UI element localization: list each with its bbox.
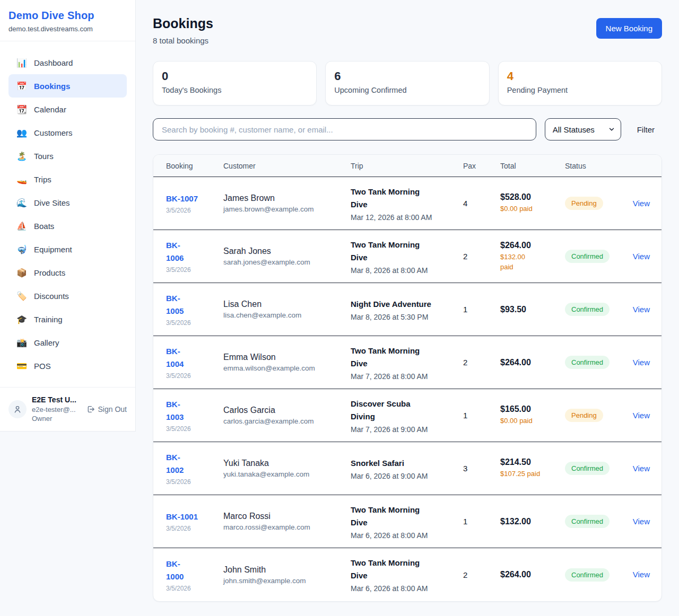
sidebar-item-discounts[interactable]: 🏷️ Discounts [8, 284, 127, 307]
paid-amount: $0.00 paid [500, 416, 558, 426]
actions-cell: View [623, 509, 653, 534]
trip-cell: Two Tank Morning Dive Mar 6, 2026 at 8:0… [346, 496, 459, 547]
pax-cell: 3 [459, 456, 496, 480]
booking-date: 3/5/2026 [166, 585, 216, 592]
trip-cell: Two Tank Morning Dive Mar 7, 2026 at 8:0… [346, 337, 459, 388]
table-row: BK-1007 3/5/2026 James Brown james.brown… [153, 177, 661, 230]
search-input[interactable] [153, 118, 536, 140]
sidebar-item-label: Dashboard [34, 58, 73, 67]
status-cell: Confirmed [561, 295, 623, 323]
view-link[interactable]: View [633, 252, 650, 261]
booking-id-link[interactable]: BK-1001 [166, 511, 216, 523]
stat-label: Pending Payment [507, 86, 653, 94]
new-booking-button[interactable]: New Booking [596, 18, 662, 39]
customer-email: carlos.garcia@example.com [223, 417, 343, 425]
sidebar-item-icon: 📸 [16, 338, 28, 348]
status-cell: Pending [561, 401, 623, 429]
sidebar-item-trips[interactable]: 🚤 Trips [8, 168, 127, 191]
booking-id-link[interactable]: BK-1007 [166, 192, 216, 205]
total-cell: $264.00 [496, 350, 561, 375]
sidebar-item-gallery[interactable]: 📸 Gallery [8, 331, 127, 354]
app-layout: Demo Dive Shop demo.test.divestreams.com… [0, 0, 679, 616]
page-title-block: Bookings 8 total bookings [153, 16, 213, 45]
view-link[interactable]: View [633, 570, 650, 579]
sidebar: Demo Dive Shop demo.test.divestreams.com… [0, 0, 136, 432]
booking-id-link[interactable]: BK- 1006 [166, 239, 216, 265]
booking-id-link[interactable]: BK- 1000 [166, 558, 216, 583]
booking-date: 3/5/2026 [166, 425, 216, 433]
sidebar-item-calendar[interactable]: 📆 Calendar [8, 98, 127, 121]
customer-name: Lisa Chen [223, 300, 343, 309]
sign-out-button[interactable]: Sign Out [86, 405, 127, 413]
booking-date: 3/5/2026 [166, 207, 216, 214]
pax-cell: 4 [459, 191, 496, 215]
total-cell: $214.50 $107.25 paid [496, 450, 561, 486]
sidebar-item-icon: 📆 [16, 104, 28, 115]
status-cell: Confirmed [561, 242, 623, 270]
page-header: Bookings 8 total bookings New Booking [153, 16, 662, 45]
total-cell: $165.00 $0.00 paid [496, 397, 561, 433]
sidebar-item-customers[interactable]: 👥 Customers [8, 121, 127, 144]
sidebar-nav: 📊 Dashboard 📅 Bookings 📆 Calendar 👥 Cust… [0, 41, 135, 377]
sidebar-item-dive-sites[interactable]: 🌊 Dive Sites [8, 191, 127, 214]
bookings-table: Booking Customer Trip Pax Total Status B… [153, 154, 662, 602]
total-amount: $264.00 [500, 241, 558, 250]
sidebar-item-dashboard[interactable]: 📊 Dashboard [8, 51, 127, 74]
booking-id-link[interactable]: BK- 1004 [166, 345, 216, 371]
sidebar-item-products[interactable]: 📦 Products [8, 261, 127, 284]
sidebar-item-label: Tours [34, 152, 54, 161]
paid-amount: $107.25 paid [500, 469, 558, 479]
view-link[interactable]: View [633, 358, 650, 367]
view-link[interactable]: View [633, 517, 650, 526]
pax-cell: 2 [459, 563, 496, 587]
booking-id-link[interactable]: BK- 1002 [166, 451, 216, 477]
pax-cell: 1 [459, 509, 496, 533]
sidebar-item-icon: 🏝️ [16, 151, 28, 161]
sidebar-item-icon: 📊 [16, 58, 28, 68]
col-header-booking: Booking [162, 162, 219, 170]
table-row: BK- 1003 3/5/2026 Carlos Garcia carlos.g… [153, 389, 661, 442]
booking-id-link[interactable]: BK- 1005 [166, 292, 216, 318]
booking-date: 3/5/2026 [166, 319, 216, 327]
stat-value: 6 [334, 69, 480, 83]
sidebar-item-icon: 🎓 [16, 314, 28, 324]
trip-datetime: Mar 6, 2026 at 8:00 AM [351, 531, 456, 540]
total-amount: $165.00 [500, 404, 558, 414]
table-body: BK-1007 3/5/2026 James Brown james.brown… [153, 177, 661, 601]
main-content: Bookings 8 total bookings New Booking 0 … [136, 0, 679, 616]
actions-cell: View [623, 403, 653, 428]
shop-name: Demo Dive Shop [8, 10, 127, 22]
filter-button[interactable]: Filter [630, 125, 662, 134]
paid-amount: $0.00 paid [500, 204, 558, 214]
sidebar-item-pos[interactable]: 💳 POS [8, 354, 127, 377]
customer-name: Marco Rossi [223, 512, 343, 521]
sidebar-item-bookings[interactable]: 📅 Bookings [8, 74, 127, 98]
sidebar-item-label: Bookings [34, 82, 70, 91]
view-link[interactable]: View [633, 305, 650, 314]
col-header-trip: Trip [346, 162, 459, 170]
total-cell: $132.00 [496, 509, 561, 534]
booking-id-link[interactable]: BK- 1003 [166, 398, 216, 424]
sidebar-item-label: Dive Sites [34, 198, 70, 207]
sidebar-item-boats[interactable]: ⛵ Boats [8, 214, 127, 237]
brand-block: Demo Dive Shop demo.test.divestreams.com [0, 0, 135, 41]
sidebar-item-tours[interactable]: 🏝️ Tours [8, 144, 127, 168]
view-link[interactable]: View [633, 199, 650, 208]
customer-email: emma.wilson@example.com [223, 364, 343, 372]
person-icon [13, 405, 22, 413]
customer-cell: Emma Wilson emma.wilson@example.com [219, 345, 346, 380]
table-row: BK- 1005 3/5/2026 Lisa Chen lisa.chen@ex… [153, 283, 661, 336]
status-badge: Confirmed [565, 568, 610, 582]
sidebar-item-equipment[interactable]: 🤿 Equipment [8, 237, 127, 261]
bookings-count: 8 total bookings [153, 36, 213, 45]
view-link[interactable]: View [633, 411, 650, 420]
customer-cell: Yuki Tanaka yuki.tanaka@example.com [219, 451, 346, 486]
trip-name: Two Tank Morning Dive [351, 557, 456, 582]
sidebar-item-training[interactable]: 🎓 Training [8, 307, 127, 331]
stat-value: 4 [507, 69, 653, 83]
trip-name: Snorkel Safari [351, 457, 456, 470]
view-link[interactable]: View [633, 464, 650, 473]
customer-email: james.brown@example.com [223, 205, 343, 213]
sidebar-item-icon: ⛵ [16, 221, 28, 231]
status-select[interactable]: All Statuses [545, 118, 621, 140]
